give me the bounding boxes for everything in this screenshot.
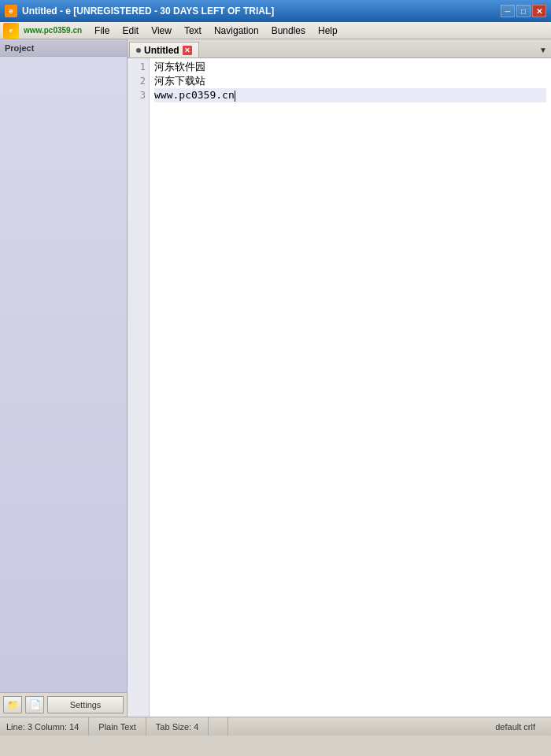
title-bar-controls: ─ □ ✕ [501,5,546,17]
status-bar: Line: 3 Column: 14 Plain Text Tab Size: … [0,717,551,736]
code-editor[interactable]: 河东软件园 河东下载站 www.pc0359.cn [150,58,551,717]
line-num-2: 2 [128,74,149,88]
menu-bundles[interactable]: Bundles [265,22,312,39]
app-icon: e [5,5,17,17]
tab-modified-dot [136,48,141,53]
code-line-3: www.pc0359.cn [154,88,546,102]
sidebar-file-button[interactable]: 📄 [25,696,44,713]
status-encoding [209,717,228,736]
file-icon: 📄 [29,699,41,710]
sidebar: Project 📁 📄 Settings [0,39,128,717]
logo-text: www.pc0359.cn [24,26,82,35]
sidebar-header: Project [0,39,127,57]
menu-view[interactable]: View [145,22,178,39]
main-layout: Project 📁 📄 Settings Untitled ✕ ▼ [0,39,551,717]
sidebar-footer: 📁 📄 Settings [0,692,127,717]
app-logo-icon: e [3,23,19,39]
title-bar: e Untitled - e [UNREGISTERED - 30 DAYS L… [0,0,551,22]
sidebar-folder-button[interactable]: 📁 [3,696,22,713]
menu-file[interactable]: File [88,22,116,39]
line-num-1: 1 [128,60,149,74]
status-tab-size: Tab Size: 4 [146,717,209,736]
tab-untitled[interactable]: Untitled ✕ [129,42,199,57]
status-position: Line: 3 Column: 14 [6,717,89,736]
menu-text[interactable]: Text [178,22,208,39]
tab-dropdown-button[interactable]: ▼ [537,42,549,57]
minimize-button[interactable]: ─ [501,5,515,17]
title-bar-text: Untitled - e [UNREGISTERED - 30 DAYS LEF… [22,6,274,17]
menu-edit[interactable]: Edit [116,22,145,39]
close-button[interactable]: ✕ [532,5,546,17]
sidebar-title: Project [5,43,34,53]
line-numbers: 1 2 3 [128,58,150,717]
tab-bar: Untitled ✕ ▼ [128,39,551,58]
code-line-1: 河东软件园 [154,60,546,74]
editor-content[interactable]: 1 2 3 河东软件园 河东下载站 www.pc0359.cn [128,58,551,717]
text-cursor [235,91,235,102]
settings-button[interactable]: Settings [47,696,124,713]
tab-close-button[interactable]: ✕ [183,46,192,55]
maximize-button[interactable]: □ [516,5,531,17]
title-bar-left: e Untitled - e [UNREGISTERED - 30 DAYS L… [5,5,274,17]
sidebar-content [0,57,127,692]
code-line-2: 河东下载站 [154,74,546,88]
folder-icon: 📁 [7,699,19,710]
editor-area: Untitled ✕ ▼ 1 2 3 河东软件园 河东下载站 www.pc035… [128,39,551,717]
line-num-3: 3 [128,88,149,102]
menu-bar: e www.pc0359.cn File Edit View Text Navi… [0,22,551,39]
status-language: Plain Text [89,717,146,736]
menu-navigation[interactable]: Navigation [208,22,265,39]
status-line-ending: default crlf [486,717,545,736]
tab-label: Untitled [144,45,179,56]
menu-help[interactable]: Help [312,22,344,39]
